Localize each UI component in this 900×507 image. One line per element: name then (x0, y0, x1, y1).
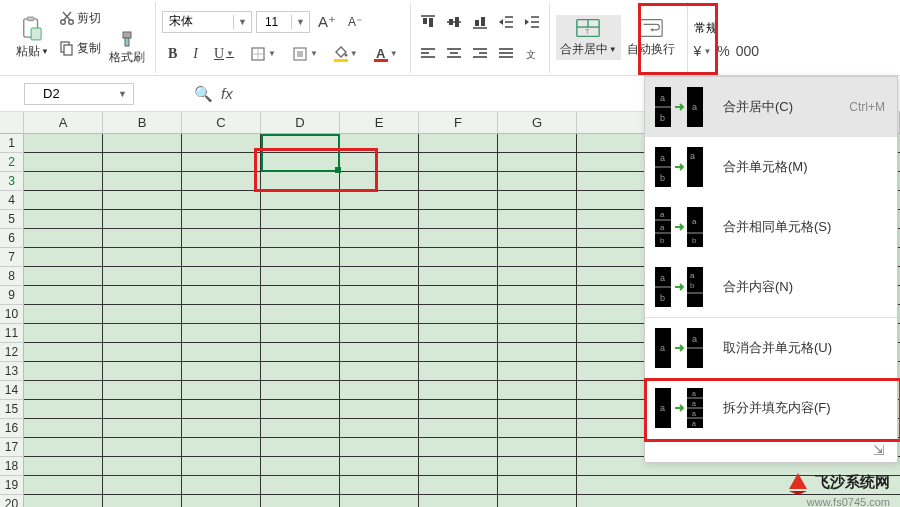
increase-indent-button[interactable] (521, 13, 543, 31)
cell[interactable] (103, 191, 182, 210)
paste-button[interactable]: 粘贴▼ (10, 11, 55, 64)
cell[interactable] (498, 362, 577, 381)
wrap-text-button[interactable]: 自动换行 (621, 15, 681, 60)
cell[interactable] (340, 191, 419, 210)
cell[interactable] (419, 324, 498, 343)
cell[interactable] (340, 172, 419, 191)
cell[interactable] (261, 286, 340, 305)
row-head[interactable]: 6 (0, 229, 24, 248)
row-head[interactable]: 20 (0, 495, 24, 507)
cell[interactable] (498, 191, 577, 210)
cell[interactable] (24, 476, 103, 495)
decrease-font-button[interactable]: A⁻ (344, 13, 366, 31)
cell[interactable] (182, 305, 261, 324)
cell[interactable] (182, 229, 261, 248)
cell[interactable] (24, 172, 103, 191)
border-button[interactable]: ▼ (244, 42, 282, 66)
cell[interactable] (340, 210, 419, 229)
row-head[interactable]: 19 (0, 476, 24, 495)
cell[interactable] (340, 400, 419, 419)
cell[interactable] (182, 381, 261, 400)
fill-color-button[interactable]: ▼ (328, 41, 364, 66)
cell[interactable] (261, 343, 340, 362)
cell[interactable] (498, 229, 577, 248)
cell[interactable] (419, 210, 498, 229)
cell[interactable] (261, 419, 340, 438)
percent-button[interactable]: % (717, 43, 729, 59)
cell[interactable] (103, 343, 182, 362)
align-top-button[interactable] (417, 13, 439, 31)
dd-merge-content[interactable]: abab 合并内容(N) (645, 257, 897, 317)
cell[interactable] (261, 134, 340, 153)
cell[interactable] (340, 381, 419, 400)
font-family-select[interactable]: 宋体 ▼ (162, 11, 252, 33)
cell[interactable] (103, 305, 182, 324)
dd-split-fill[interactable]: aaaaa 拆分并填充内容(F) (645, 378, 897, 438)
cell[interactable] (24, 134, 103, 153)
row-head[interactable]: 14 (0, 381, 24, 400)
cell[interactable] (261, 476, 340, 495)
cell[interactable] (24, 381, 103, 400)
cell[interactable] (103, 172, 182, 191)
cell[interactable] (182, 267, 261, 286)
cell[interactable] (498, 134, 577, 153)
orientation-button[interactable]: 文 (521, 45, 543, 63)
cell[interactable] (340, 343, 419, 362)
col-head-b[interactable]: B (103, 112, 182, 134)
cell[interactable] (340, 419, 419, 438)
cell[interactable] (24, 438, 103, 457)
cell[interactable] (103, 134, 182, 153)
dd-merge-cells[interactable]: aba 合并单元格(M) (645, 137, 897, 197)
cell[interactable] (103, 476, 182, 495)
col-head-f[interactable]: F (419, 112, 498, 134)
align-left-button[interactable] (417, 45, 439, 63)
cell[interactable] (498, 267, 577, 286)
cut-button[interactable]: 剪切 (55, 8, 149, 29)
row-head[interactable]: 16 (0, 419, 24, 438)
cell[interactable] (24, 324, 103, 343)
cell[interactable] (419, 229, 498, 248)
cell[interactable] (261, 495, 340, 507)
dd-merge-same[interactable]: aabab 合并相同单元格(S) (645, 197, 897, 257)
row-head[interactable]: 18 (0, 457, 24, 476)
cell[interactable] (498, 305, 577, 324)
cell[interactable] (261, 153, 340, 172)
cell[interactable] (261, 457, 340, 476)
cell[interactable] (24, 400, 103, 419)
cell[interactable] (340, 267, 419, 286)
cell[interactable] (419, 362, 498, 381)
cell[interactable] (24, 343, 103, 362)
row-head[interactable]: 12 (0, 343, 24, 362)
cell[interactable] (182, 286, 261, 305)
cell[interactable] (182, 172, 261, 191)
cell[interactable] (24, 248, 103, 267)
cell[interactable] (24, 267, 103, 286)
cell[interactable] (498, 438, 577, 457)
align-middle-button[interactable] (443, 13, 465, 31)
row-head[interactable]: 4 (0, 191, 24, 210)
row-head[interactable]: 8 (0, 267, 24, 286)
cell[interactable] (340, 476, 419, 495)
cell[interactable] (261, 248, 340, 267)
cell[interactable] (261, 305, 340, 324)
cell[interactable] (182, 248, 261, 267)
cell[interactable] (419, 286, 498, 305)
italic-button[interactable]: I (187, 42, 204, 66)
cell[interactable] (498, 172, 577, 191)
row-head[interactable]: 7 (0, 248, 24, 267)
cell[interactable] (261, 267, 340, 286)
cell[interactable] (24, 210, 103, 229)
cell[interactable] (103, 457, 182, 476)
row-head[interactable]: 1 (0, 134, 24, 153)
cell[interactable] (498, 400, 577, 419)
align-bottom-button[interactable] (469, 13, 491, 31)
font-size-select[interactable]: 11 ▼ (256, 11, 310, 33)
cell[interactable] (419, 267, 498, 286)
cell[interactable] (182, 495, 261, 507)
cell[interactable] (261, 210, 340, 229)
cell[interactable] (24, 191, 103, 210)
cell[interactable] (419, 153, 498, 172)
cell[interactable] (182, 419, 261, 438)
align-right-button[interactable] (469, 45, 491, 63)
row-head[interactable]: 17 (0, 438, 24, 457)
